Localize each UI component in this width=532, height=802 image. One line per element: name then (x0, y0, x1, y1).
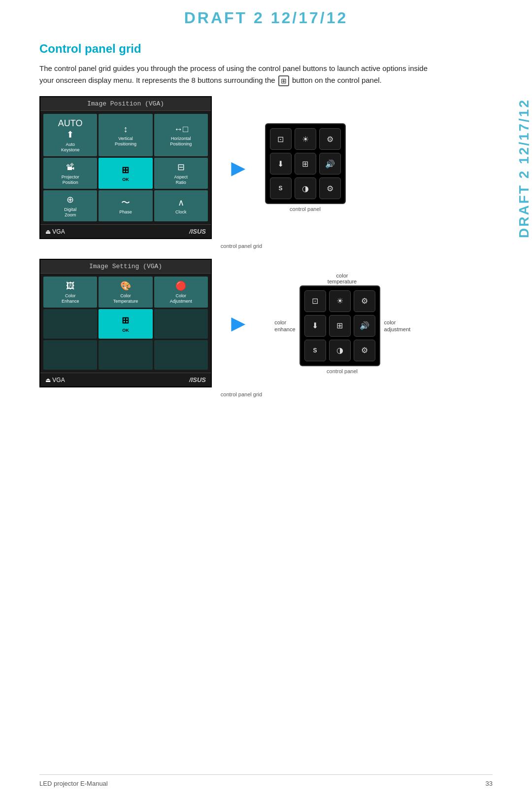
cp-btn-4: ⬇ (270, 153, 292, 174)
cp-btn-1: ⊡ (270, 128, 292, 150)
color-enhance-icon: 🖼 (66, 280, 75, 292)
cp-btn-8: ◑ (295, 177, 316, 199)
cp-btn-2-7: S (304, 340, 326, 361)
cpg-cell-digital-zoom: ⊕ DigitalZoom (43, 190, 97, 221)
cp-box-2: ⊡ ☀ ⚙ ⬇ ⊞ 🔊 S ◑ ⚙ (299, 285, 380, 366)
clock-icon: ∧ (178, 197, 184, 209)
footer-manual-label: LED projector E-Manual (39, 780, 108, 787)
auto-keystone-icon: AUTO⬆ (58, 118, 83, 141)
left-label-col: colorenhance (265, 286, 299, 365)
cpg-title-2: Image Setting (VGA) (40, 260, 211, 274)
diagram-row-1: Image Position (VGA) AUTO⬆ AutoKeystone … (39, 96, 443, 239)
page-footer: LED projector E-Manual 33 (39, 774, 493, 787)
cpg-cell-empty-2 (154, 309, 208, 339)
side-labels-row: colorenhance ⊡ ☀ ⚙ ⬇ ⊞ 🔊 S ◑ ⚙ (265, 285, 420, 366)
color-temp-icon: 🎨 (120, 280, 131, 292)
cp-box-1: ⊡ ☀ ⚙ ⬇ ⊞ 🔊 S ◑ ⚙ (265, 123, 346, 204)
color-temp-label-top: colortemperature (265, 273, 420, 284)
phase-label: Phase (119, 209, 132, 215)
caption-2: control panel grid (39, 391, 443, 397)
side-draft: DRAFT 2 12/17/12 (512, 99, 532, 238)
cp-visual-1: ⊡ ☀ ⚙ ⬇ ⊞ 🔊 S ◑ ⚙ control panel (265, 123, 346, 212)
cp-btn-2-6: 🔊 (354, 315, 375, 337)
cpg-footer-2: ⏏ VGA /ISUS (40, 373, 211, 386)
vertical-pos-icon: ↕ (123, 124, 128, 135)
color-enhance-lbl: colorenhance (274, 319, 295, 333)
digital-zoom-label: DigitalZoom (64, 207, 76, 218)
cpg-cell-clock: ∧ Clock (154, 190, 208, 221)
intro-text: The control panel grid guides you throug… (39, 63, 443, 86)
color-adj-label: ColorAdjustment (170, 293, 192, 304)
cp-container-2: ⊡ ☀ ⚙ ⬇ ⊞ 🔊 S ◑ ⚙ (299, 285, 380, 366)
cp-btn-7: S (270, 177, 292, 199)
digital-zoom-icon: ⊕ (66, 194, 74, 206)
auto-keystone-label: AutoKeystone (61, 142, 80, 153)
cp-caption-1: control panel (290, 206, 321, 212)
diagram-row-2: Image Setting (VGA) 🖼 ColorEnhance 🎨 Col… (39, 259, 443, 387)
cpg-footer-1: ⏏ VGA /ISUS (40, 224, 211, 238)
ok-label-2: OK (122, 328, 129, 333)
clock-label: Clock (175, 209, 187, 215)
aspect-ratio-icon: ⊟ (177, 162, 185, 173)
cp-btn-2: ☀ (295, 128, 316, 150)
vertical-pos-label: VerticalPositioning (115, 136, 136, 147)
cp-btn-2-3: ⚙ (354, 290, 375, 312)
cp-btn-6: 🔊 (319, 153, 341, 174)
cpg-cell-ok-2: ⊞ OK (99, 309, 152, 339)
cpg-diagram-2: Image Setting (VGA) 🖼 ColorEnhance 🎨 Col… (39, 259, 212, 387)
phase-icon: 〜 (121, 197, 130, 209)
cpg-cell-vertical: ↕ VerticalPositioning (99, 114, 152, 156)
cp-btn-9: ⚙ (319, 177, 341, 199)
horizontal-pos-label: HorizontalPositioning (170, 136, 192, 147)
cpg-cell-color-enhance: 🖼 ColorEnhance (43, 277, 97, 308)
cp-btn-2-8: ◑ (329, 340, 351, 361)
footer-vga-1: ⏏ VGA (45, 228, 65, 235)
cpg-cell-empty-1 (43, 309, 97, 339)
draft-header: DRAFT 2 12/17/12 (0, 0, 532, 32)
footer-vga-2: ⏏ VGA (45, 377, 65, 384)
footer-asus-2: /ISUS (189, 376, 206, 384)
arrow-right-1: ► (227, 154, 250, 181)
cpg-cell-color-adj: 🔴 ColorAdjustment (154, 277, 208, 308)
cpg-grid-1: AUTO⬆ AutoKeystone ↕ VerticalPositioning… (40, 111, 211, 224)
cpg-cell-auto-keystone: AUTO⬆ AutoKeystone (43, 114, 97, 156)
cp-btn-5: ⊞ (295, 153, 316, 174)
cp-btn-2-5: ⊞ (329, 315, 351, 337)
cp-btn-2-1: ⊡ (304, 290, 326, 312)
color-adj-lbl: coloradjustment (384, 319, 411, 333)
cp-btn-2-4: ⬇ (304, 315, 326, 337)
cp-btn-2-2: ☀ (329, 290, 351, 312)
projector-pos-icon: 📽 (66, 162, 75, 173)
cpg-cell-color-temp: 🎨 ColorTemperature (99, 277, 152, 308)
footer-asus-1: /ISUS (189, 228, 206, 235)
cp-caption-2: control panel (265, 368, 420, 374)
aspect-ratio-label: AspectRatio (174, 174, 188, 185)
projector-pos-label: ProjectorPosition (62, 174, 79, 185)
cpg-grid-2: 🖼 ColorEnhance 🎨 ColorTemperature 🔴 Colo… (40, 274, 211, 373)
section-title: Control panel grid (39, 42, 443, 56)
cpg-diagram-1: Image Position (VGA) AUTO⬆ AutoKeystone … (39, 96, 212, 239)
right-label-col: coloradjustment (380, 286, 420, 365)
ok-grid-icon: ⊞ (122, 165, 129, 176)
cpg-cell-horizontal: ↔□ HorizontalPositioning (154, 114, 208, 156)
color-temp-label: ColorTemperature (113, 293, 138, 304)
cpg-cell-phase: 〜 Phase (99, 190, 152, 221)
color-enhance-label: ColorEnhance (62, 293, 79, 304)
cpg-cell-ok-1: ⊞ OK (99, 158, 152, 189)
arrow-right-2: ► (227, 310, 250, 337)
caption-1: control panel grid (39, 243, 443, 249)
cp-btn-2-9: ⚙ (354, 340, 375, 361)
ok-label-1: OK (122, 177, 129, 182)
footer-page-number: 33 (486, 780, 493, 787)
color-adj-icon: 🔴 (175, 280, 186, 292)
cpg-cell-empty-3 (43, 340, 97, 370)
cp-with-labels: colortemperature colorenhance ⊡ ☀ ⚙ ⬇ ⊞ … (265, 273, 420, 374)
cpg-cell-projector-pos: 📽 ProjectorPosition (43, 158, 97, 189)
cp-btn-3: ⚙ (319, 128, 341, 150)
cpg-cell-aspect: ⊟ AspectRatio (154, 158, 208, 189)
cpg-title-1: Image Position (VGA) (40, 97, 211, 111)
cpg-cell-empty-5 (154, 340, 208, 370)
horizontal-pos-icon: ↔□ (174, 124, 188, 135)
ok-grid-icon-2: ⊞ (122, 315, 129, 326)
menu-icon (278, 75, 289, 86)
